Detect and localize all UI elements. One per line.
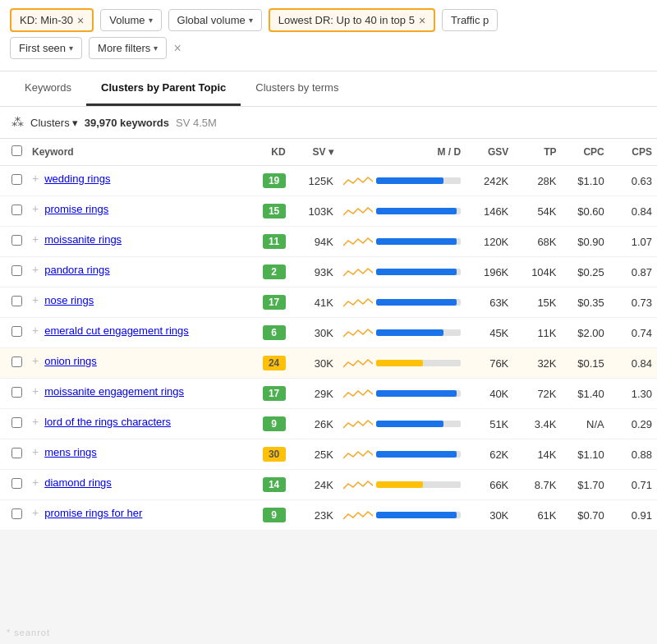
- row-checkbox[interactable]: [11, 235, 22, 246]
- keyword-link[interactable]: wedding rings: [44, 172, 110, 185]
- col-sv[interactable]: SV ▾: [291, 139, 338, 166]
- kd-badge: 9: [263, 416, 286, 431]
- trend-chart: [343, 232, 373, 251]
- add-keyword-button[interactable]: +: [32, 324, 39, 337]
- row-checkbox[interactable]: [11, 508, 22, 519]
- keyword-link[interactable]: lord of the rings characters: [44, 416, 171, 428]
- select-all-checkbox[interactable]: [11, 145, 22, 156]
- keyword-cell: +moissanite engagement rings: [27, 379, 242, 403]
- keywords-table: Keyword KD SV ▾ M / D GSV TP CPC CPS +we…: [0, 139, 657, 531]
- first-seen-filter[interactable]: First seen ▾: [10, 37, 82, 59]
- cpc-cell: $0.90: [562, 227, 609, 257]
- kd-filter-close[interactable]: ×: [77, 15, 84, 26]
- table-row: +moissanite engagement rings1729K40K72K$…: [0, 379, 657, 409]
- sv-cell: 23K: [291, 500, 338, 531]
- col-md: M / D: [338, 139, 466, 166]
- tab-clusters-parent[interactable]: Clusters by Parent Topic: [86, 71, 241, 106]
- dr-filter-close[interactable]: ×: [419, 15, 425, 26]
- add-keyword-button[interactable]: +: [32, 202, 39, 215]
- sv-summary: SV 4.5M: [176, 117, 217, 129]
- row-checkbox[interactable]: [11, 356, 22, 367]
- row-checkbox[interactable]: [11, 205, 22, 215]
- difficulty-bar: [376, 360, 461, 366]
- tp-cell: 54K: [513, 196, 561, 227]
- keyword-cell: +promise rings: [27, 196, 242, 221]
- kd-badge: 17: [263, 386, 286, 401]
- gsv-cell: 45K: [466, 318, 513, 348]
- add-keyword-button[interactable]: +: [32, 263, 39, 276]
- keyword-cell: +promise rings for her: [27, 500, 242, 525]
- add-keyword-button[interactable]: +: [32, 232, 39, 246]
- trend-chart: [343, 506, 373, 524]
- gsv-cell: 30K: [466, 500, 513, 531]
- table-row: +promise rings15103K146K54K$0.600.84: [0, 196, 657, 227]
- add-keyword-button[interactable]: +: [32, 172, 39, 185]
- sv-cell: 41K: [291, 288, 338, 318]
- first-seen-arrow: ▾: [69, 44, 73, 53]
- keyword-link[interactable]: moissanite engagement rings: [44, 385, 184, 398]
- cps-cell: 0.29: [609, 409, 657, 439]
- keyword-link[interactable]: moissanite rings: [44, 233, 122, 246]
- gsv-cell: 76K: [466, 348, 513, 379]
- table-row: +emerald cut engagement rings630K45K11K$…: [0, 318, 657, 348]
- keyword-link[interactable]: onion rings: [44, 355, 97, 367]
- volume-filter[interactable]: Volume ▾: [100, 9, 161, 31]
- clear-all-button[interactable]: ×: [173, 41, 181, 56]
- add-keyword-button[interactable]: +: [32, 476, 39, 489]
- cpc-cell: $1.40: [562, 379, 609, 409]
- row-checkbox[interactable]: [11, 326, 22, 337]
- difficulty-bar: [376, 329, 461, 336]
- kd-cell: 17: [242, 379, 290, 409]
- kd-filter-chip[interactable]: KD: Min-30 ×: [10, 8, 94, 32]
- tp-cell: 8.7K: [513, 470, 561, 500]
- more-filters-filter[interactable]: More filters ▾: [89, 37, 167, 59]
- tab-keywords[interactable]: Keywords: [10, 71, 86, 106]
- cps-cell: 1.07: [609, 227, 657, 257]
- cpc-cell: $1.70: [562, 470, 609, 500]
- table-row: +pandora rings293K196K104K$0.250.87: [0, 257, 657, 288]
- row-checkbox[interactable]: [11, 174, 22, 185]
- cpc-cell: $1.10: [562, 166, 609, 196]
- keyword-link[interactable]: mens rings: [44, 446, 97, 458]
- add-keyword-button[interactable]: +: [32, 506, 39, 519]
- kd-cell: 19: [242, 166, 290, 196]
- keyword-cell: +wedding rings: [27, 166, 242, 191]
- keyword-link[interactable]: promise rings for her: [44, 507, 142, 519]
- col-kd[interactable]: KD: [242, 139, 290, 166]
- col-checkbox[interactable]: [0, 139, 27, 166]
- tab-clusters-terms[interactable]: Clusters by terms: [241, 71, 353, 106]
- row-checkbox[interactable]: [11, 478, 22, 489]
- cpc-cell: $2.00: [562, 318, 609, 348]
- tp-cell: 32K: [513, 348, 561, 379]
- keyword-link[interactable]: pandora rings: [44, 264, 110, 276]
- sv-cell: 93K: [291, 257, 338, 288]
- add-keyword-button[interactable]: +: [32, 384, 39, 398]
- keyword-link[interactable]: emerald cut engagement rings: [44, 324, 189, 337]
- col-gsv: GSV: [466, 139, 513, 166]
- tabs-bar: Keywords Clusters by Parent Topic Cluste…: [0, 71, 657, 107]
- traffic-filter[interactable]: Traffic p: [442, 9, 498, 31]
- add-keyword-button[interactable]: +: [32, 293, 39, 306]
- row-checkbox[interactable]: [11, 296, 22, 306]
- dr-filter-chip[interactable]: Lowest DR: Up to 40 in top 5 ×: [269, 8, 435, 32]
- row-checkbox[interactable]: [11, 265, 22, 276]
- difficulty-bar: [376, 177, 461, 184]
- kd-cell: 6: [242, 318, 290, 348]
- row-checkbox[interactable]: [11, 417, 22, 428]
- trend-chart: [343, 324, 373, 342]
- add-keyword-button[interactable]: +: [32, 354, 39, 367]
- row-checkbox[interactable]: [11, 448, 22, 458]
- clusters-dropdown[interactable]: Clusters ▾: [30, 117, 78, 129]
- add-keyword-button[interactable]: +: [32, 415, 39, 428]
- table-row: +diamond rings1424K66K8.7K$1.700.71: [0, 470, 657, 500]
- global-volume-filter[interactable]: Global volume ▾: [168, 9, 262, 31]
- add-keyword-button[interactable]: +: [32, 445, 39, 458]
- keyword-link[interactable]: nose rings: [44, 294, 94, 306]
- trend-chart: [343, 476, 373, 494]
- tp-cell: 11K: [513, 318, 561, 348]
- keyword-link[interactable]: promise rings: [44, 203, 108, 215]
- col-keyword[interactable]: Keyword: [27, 139, 242, 166]
- keyword-link[interactable]: diamond rings: [44, 476, 112, 489]
- kd-badge: 6: [263, 325, 286, 340]
- row-checkbox[interactable]: [11, 387, 22, 398]
